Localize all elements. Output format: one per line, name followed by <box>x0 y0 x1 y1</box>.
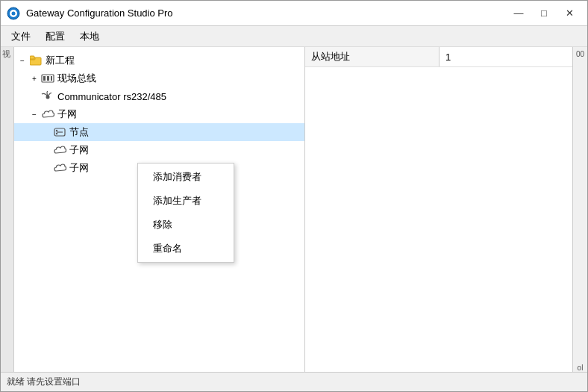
tree-node-subnet3-label: 子网 <box>69 161 89 175</box>
left-panel: − 新工程 + <box>14 47 305 372</box>
svg-point-2 <box>12 11 16 15</box>
folder-icon <box>29 54 43 67</box>
tree-node-root[interactable]: − 新工程 <box>14 52 304 69</box>
expand-icon-subnet1[interactable]: − <box>29 109 40 119</box>
close-button[interactable]: ✕ <box>557 4 581 22</box>
tree-node-fieldbus-label: 现场总线 <box>57 72 96 85</box>
maximize-button[interactable]: □ <box>532 4 556 22</box>
right-panel: 从站地址 1 <box>305 47 572 372</box>
title-bar: Gateway Configuration Studio Pro — □ ✕ <box>1 1 587 26</box>
context-menu-remove[interactable]: 移除 <box>138 213 234 237</box>
tree-node-comm-label: Communicator rs232/485 <box>57 91 166 102</box>
menu-file[interactable]: 文件 <box>4 28 38 46</box>
tree-node-subnet2-label: 子网 <box>69 143 89 157</box>
property-value-address[interactable]: 1 <box>440 47 572 66</box>
expand-icon-subnet2 <box>41 145 51 155</box>
menu-bar: 文件 配置 本地 <box>1 26 587 47</box>
comm-icon <box>41 90 54 103</box>
left-edge-label: 视 <box>1 47 13 61</box>
right-panel-empty <box>305 67 572 372</box>
app-icon <box>7 7 20 20</box>
cloud-icon-3 <box>53 161 66 175</box>
tree-node-subnet2[interactable]: 子网 <box>14 141 304 159</box>
svg-point-14 <box>56 133 57 134</box>
svg-rect-9 <box>51 76 52 81</box>
main-window: Gateway Configuration Studio Pro — □ ✕ 文… <box>0 0 588 392</box>
svg-point-13 <box>56 130 57 131</box>
tree-node-fieldbus[interactable]: + 现场总线 <box>14 69 304 87</box>
left-edge-panel: 视 <box>1 47 14 372</box>
property-row-address: 从站地址 1 <box>305 47 572 67</box>
right-scroll-label-top: 00 <box>576 50 584 58</box>
context-menu-rename[interactable]: 重命名 <box>138 237 234 261</box>
window-title: Gateway Configuration Studio Pro <box>26 7 507 19</box>
status-bar: 就绪 请先设置端口 <box>1 372 587 391</box>
tree-node-node[interactable]: 节点 <box>14 123 304 141</box>
expand-icon-comm <box>29 91 40 102</box>
expand-icon-root[interactable]: − <box>17 55 28 66</box>
right-scroll-panel: 00 ol <box>572 47 587 372</box>
expand-icon-fieldbus[interactable]: + <box>29 73 40 84</box>
cloud-icon-2 <box>53 143 66 157</box>
expand-icon-node <box>41 127 51 137</box>
network-node-icon <box>53 125 66 139</box>
context-menu-add-producer[interactable]: 添加生产者 <box>138 189 234 213</box>
expand-icon-subnet3 <box>41 163 51 173</box>
minimize-button[interactable]: — <box>507 4 531 22</box>
fieldbus-icon <box>41 72 54 85</box>
svg-rect-7 <box>43 76 46 81</box>
tree-node-subnet1-label: 子网 <box>57 108 77 121</box>
menu-local[interactable]: 本地 <box>72 28 107 46</box>
property-label-address: 从站地址 <box>305 47 440 66</box>
svg-rect-8 <box>47 76 49 81</box>
main-area: 视 − 新工程 <box>1 47 587 372</box>
svg-point-10 <box>46 96 50 99</box>
status-text: 就绪 请先设置端口 <box>7 376 81 388</box>
menu-config[interactable]: 配置 <box>38 28 72 46</box>
context-menu-add-consumer[interactable]: 添加消费者 <box>138 165 234 189</box>
right-scroll-label-bottom: ol <box>578 364 584 372</box>
svg-rect-5 <box>30 56 34 59</box>
context-menu: 添加消费者 添加生产者 移除 重命名 <box>137 163 234 263</box>
tree-node-root-label: 新工程 <box>46 54 75 67</box>
tree-node-subnet1[interactable]: − 子网 <box>14 105 304 123</box>
window-controls: — □ ✕ <box>507 4 581 22</box>
tree-view: − 新工程 + <box>14 47 304 181</box>
tree-node-comm[interactable]: Communicator rs232/485 <box>14 87 304 105</box>
cloud-icon-1 <box>41 108 54 121</box>
tree-node-node-label: 节点 <box>69 125 89 139</box>
